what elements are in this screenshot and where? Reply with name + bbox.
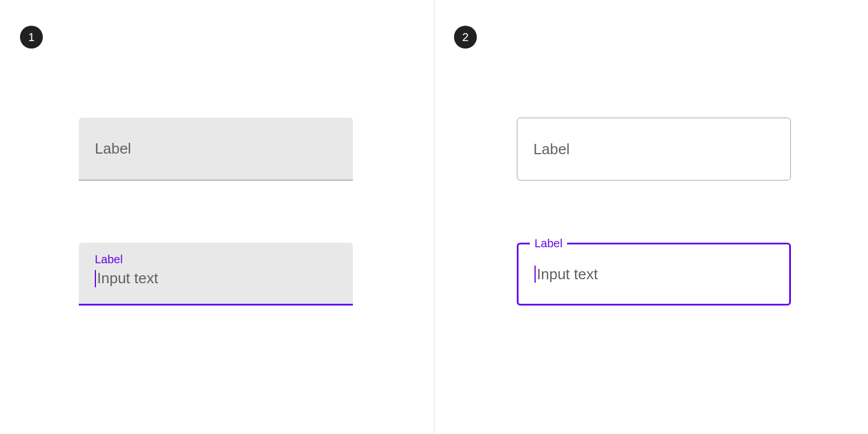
filled-focused-placeholder: Input text — [97, 270, 158, 287]
panel-badge-2: 2 — [454, 26, 477, 49]
panel-badge-1-text: 1 — [28, 31, 34, 44]
text-cursor-icon — [535, 266, 536, 283]
text-cursor-icon — [95, 270, 96, 287]
outlined-focused-placeholder: Input text — [537, 266, 598, 283]
outlined-focused-label: Label — [530, 237, 567, 250]
outlined-textfield-focused[interactable]: Label Input text — [517, 243, 791, 306]
outlined-focused-input-row: Input text — [535, 266, 598, 283]
panel-badge-1: 1 — [20, 26, 43, 49]
filled-textfield-inactive[interactable]: Label — [79, 118, 353, 180]
outlined-inactive-label: Label — [533, 140, 570, 158]
outlined-textfield-inactive[interactable]: Label — [517, 118, 791, 180]
filled-focused-label: Label — [95, 253, 353, 266]
filled-textfield-focused[interactable]: Label Input text — [79, 243, 353, 306]
filled-focused-input-row: Input text — [95, 270, 353, 287]
panel-badge-2-text: 2 — [462, 31, 468, 44]
filled-inactive-label: Label — [95, 140, 131, 158]
vertical-divider — [434, 0, 435, 434]
